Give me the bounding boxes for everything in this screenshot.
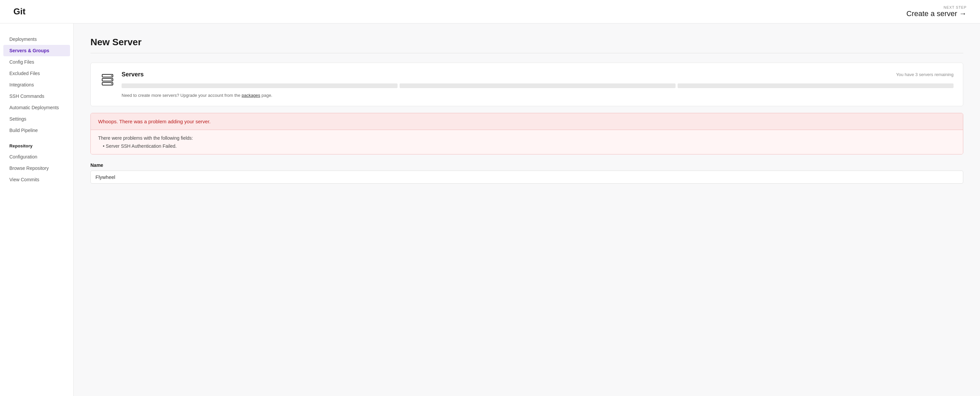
next-step-label: NEXT STEP [906, 5, 967, 10]
sidebar-nav-repository: Configuration Browse Repository View Com… [0, 151, 73, 185]
sidebar: Deployments Servers & Groups Config File… [0, 24, 74, 396]
servers-remaining: You have 3 servers remaining [896, 72, 953, 77]
sidebar-item-excluded-files[interactable]: Excluded Files [0, 68, 73, 79]
sidebar-item-settings[interactable]: Settings [0, 113, 73, 125]
svg-point-3 [111, 75, 112, 76]
app-header: Git NEXT STEP Create a server → [0, 0, 980, 24]
error-box: Whoops. There was a problem adding your … [91, 113, 963, 154]
progress-segment-2 [399, 83, 676, 88]
name-input[interactable] [91, 170, 963, 184]
server-icon [100, 72, 115, 89]
create-server-link[interactable]: Create a server → [906, 10, 967, 18]
servers-title: Servers [122, 71, 144, 78]
sidebar-item-configuration[interactable]: Configuration [0, 151, 73, 162]
next-step-container: NEXT STEP Create a server → [906, 5, 967, 18]
sidebar-item-automatic-deployments[interactable]: Automatic Deployments [0, 102, 73, 113]
sidebar-item-integrations[interactable]: Integrations [0, 79, 73, 91]
name-label: Name [91, 162, 963, 168]
page-layout: Deployments Servers & Groups Config File… [0, 24, 980, 396]
sidebar-repository-section-label: Repository [0, 136, 73, 151]
sidebar-item-config-files[interactable]: Config Files [0, 56, 73, 68]
title-divider [91, 53, 963, 53]
server-header: Servers You have 3 servers remaining [122, 71, 953, 78]
server-card-inner: Servers You have 3 servers remaining Nee… [100, 71, 953, 98]
progress-segment-3 [678, 83, 953, 88]
sidebar-item-servers-groups[interactable]: Servers & Groups [3, 45, 70, 56]
server-progress-bar [122, 83, 953, 88]
sidebar-item-build-pipeline[interactable]: Build Pipeline [0, 125, 73, 136]
error-detail-label: There were problems with the following f… [98, 135, 956, 141]
error-title: Whoops. There was a problem adding your … [91, 113, 963, 130]
sidebar-item-deployments[interactable]: Deployments [0, 33, 73, 45]
sidebar-item-browse-repository[interactable]: Browse Repository [0, 162, 73, 174]
svg-point-5 [111, 83, 112, 84]
svg-point-4 [111, 80, 112, 80]
progress-segment-1 [122, 83, 398, 88]
sidebar-item-ssh-commands[interactable]: SSH Commands [0, 91, 73, 102]
error-detail-item: Server SSH Authentication Failed. [103, 143, 956, 149]
sidebar-item-view-commits[interactable]: View Commits [0, 174, 73, 185]
packages-link[interactable]: packages [242, 93, 260, 98]
server-info: Servers You have 3 servers remaining Nee… [122, 71, 953, 98]
error-detail: There were problems with the following f… [91, 130, 963, 154]
servers-card: Servers You have 3 servers remaining Nee… [91, 63, 963, 106]
sidebar-nav-top: Deployments Servers & Groups Config File… [0, 33, 73, 136]
server-hint: Need to create more servers? Upgrade you… [122, 93, 953, 98]
app-logo: Git [13, 6, 25, 17]
main-content: New Server Servers [74, 24, 980, 396]
name-form-group: Name [91, 162, 963, 184]
page-title: New Server [91, 37, 963, 48]
